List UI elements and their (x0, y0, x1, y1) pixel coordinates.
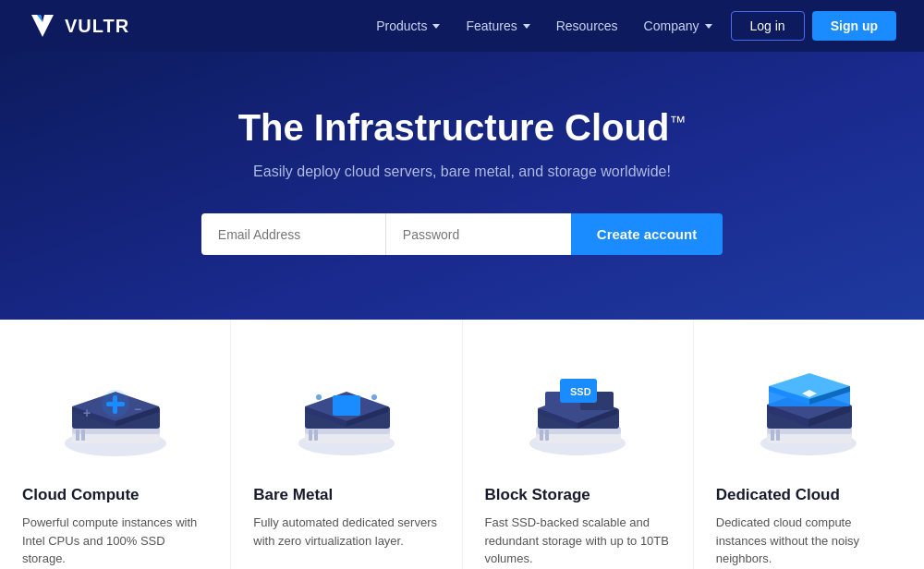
cloud-compute-icon: + − (22, 342, 208, 471)
block-storage-icon: SSD (485, 342, 671, 471)
bare-metal-title: Bare Metal (253, 486, 439, 504)
svg-rect-6 (81, 430, 85, 441)
card-bare-metal: Bare Metal Fully automated dedicated ser… (231, 320, 462, 569)
hero-title: The Infrastructure Cloud™ (18, 107, 906, 149)
svg-text:−: − (134, 402, 141, 417)
chevron-down-icon (523, 24, 530, 29)
card-cloud-compute: + − Cloud Compute Powerful compute insta… (0, 320, 231, 569)
card-dedicated-cloud: Dedicated Cloud Dedicated cloud compute … (694, 320, 924, 569)
svg-rect-19 (309, 430, 312, 441)
svg-rect-44 (771, 430, 774, 441)
nav-item-features[interactable]: Features (455, 13, 541, 39)
create-account-button[interactable]: Create account (571, 213, 723, 255)
svg-marker-0 (31, 15, 54, 37)
svg-rect-32 (545, 430, 549, 441)
dedicated-cloud-title: Dedicated Cloud (716, 486, 902, 504)
svg-rect-31 (540, 430, 543, 441)
chevron-down-icon (432, 24, 440, 29)
dedicated-cloud-desc: Dedicated cloud compute instances withou… (716, 514, 902, 568)
block-storage-desc: Fast SSD-backed scalable and redundant s… (485, 514, 671, 568)
navbar: VULTR Products Features Resources Compan… (0, 0, 924, 52)
nav-item-products[interactable]: Products (365, 13, 451, 39)
svg-point-26 (316, 394, 322, 400)
vultr-logo-icon (28, 11, 57, 41)
login-button[interactable]: Log in (731, 11, 805, 41)
hero-section: The Infrastructure Cloud™ Easily deploy … (0, 52, 924, 320)
email-input[interactable] (201, 213, 386, 255)
bare-metal-icon (253, 342, 439, 471)
cloud-compute-title: Cloud Compute (22, 486, 208, 504)
svg-rect-20 (314, 430, 318, 441)
signup-button[interactable]: Sign up (812, 11, 896, 41)
svg-text:+: + (83, 406, 91, 420)
chevron-down-icon (705, 24, 712, 29)
logo[interactable]: VULTR (28, 11, 129, 41)
nav-item-company[interactable]: Company (633, 13, 723, 39)
password-input[interactable] (386, 213, 571, 255)
bare-metal-desc: Fully automated dedicated servers with z… (253, 514, 439, 550)
svg-rect-25 (333, 395, 360, 416)
svg-point-27 (371, 394, 377, 400)
logo-text: VULTR (65, 16, 129, 37)
cloud-compute-desc: Powerful compute instances with Intel CP… (22, 514, 208, 568)
signup-form: Create account (166, 213, 758, 255)
svg-point-13 (102, 390, 129, 418)
svg-rect-5 (76, 430, 79, 441)
hero-subtitle: Easily deploy cloud servers, bare metal,… (18, 163, 906, 180)
svg-rect-45 (776, 430, 780, 441)
nav-links: Products Features Resources Company (365, 13, 723, 39)
block-storage-title: Block Storage (485, 486, 671, 504)
svg-text:SSD: SSD (570, 386, 591, 397)
product-cards: + − Cloud Compute Powerful compute insta… (0, 320, 924, 569)
card-block-storage: SSD Block Storage Fast SSD-backed scalab… (463, 320, 694, 569)
nav-item-resources[interactable]: Resources (545, 13, 629, 39)
dedicated-cloud-icon (716, 342, 902, 471)
